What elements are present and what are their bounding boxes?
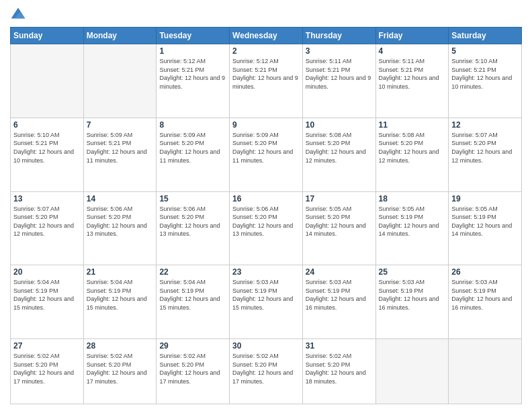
day-number: 1 xyxy=(159,46,226,56)
calendar-cell: 21Sunrise: 5:04 AMSunset: 5:19 PMDayligh… xyxy=(83,265,157,339)
day-number: 27 xyxy=(13,341,81,351)
day-info: Sunrise: 5:02 AMSunset: 5:20 PMDaylight:… xyxy=(13,352,81,385)
day-info: Sunrise: 5:05 AMSunset: 5:19 PMDaylight:… xyxy=(451,205,519,238)
calendar-cell: 31Sunrise: 5:02 AMSunset: 5:20 PMDayligh… xyxy=(302,339,375,404)
calendar-cell: 27Sunrise: 5:02 AMSunset: 5:20 PMDayligh… xyxy=(11,339,84,404)
day-number: 6 xyxy=(13,120,81,130)
weekday-header-friday: Friday xyxy=(375,28,449,44)
calendar-cell xyxy=(11,44,84,118)
logo-icon xyxy=(10,7,26,23)
calendar-cell xyxy=(83,44,157,118)
calendar-cell: 19Sunrise: 5:05 AMSunset: 5:19 PMDayligh… xyxy=(449,191,522,265)
day-info: Sunrise: 5:09 AMSunset: 5:20 PMDaylight:… xyxy=(159,131,226,165)
week-row-5: 27Sunrise: 5:02 AMSunset: 5:20 PMDayligh… xyxy=(11,339,522,404)
day-number: 17 xyxy=(306,194,373,203)
day-info: Sunrise: 5:09 AMSunset: 5:21 PMDaylight:… xyxy=(87,131,154,165)
calendar-cell: 22Sunrise: 5:04 AMSunset: 5:19 PMDayligh… xyxy=(157,265,230,339)
day-number: 20 xyxy=(13,267,81,277)
calendar-cell: 26Sunrise: 5:03 AMSunset: 5:19 PMDayligh… xyxy=(449,265,522,339)
day-number: 10 xyxy=(306,120,373,130)
calendar-cell: 14Sunrise: 5:06 AMSunset: 5:20 PMDayligh… xyxy=(83,191,157,265)
calendar-cell: 5Sunrise: 5:10 AMSunset: 5:21 PMDaylight… xyxy=(449,44,522,118)
weekday-header-wednesday: Wednesday xyxy=(230,28,303,44)
week-row-4: 20Sunrise: 5:04 AMSunset: 5:19 PMDayligh… xyxy=(11,265,522,339)
day-number: 11 xyxy=(379,120,446,130)
day-info: Sunrise: 5:11 AMSunset: 5:21 PMDaylight:… xyxy=(306,57,373,91)
week-row-1: 1Sunrise: 5:12 AMSunset: 5:21 PMDaylight… xyxy=(11,44,522,118)
day-number: 22 xyxy=(159,267,226,277)
calendar-cell: 4Sunrise: 5:11 AMSunset: 5:21 PMDaylight… xyxy=(375,44,449,118)
page: SundayMondayTuesdayWednesdayThursdayFrid… xyxy=(0,0,532,411)
calendar-cell: 8Sunrise: 5:09 AMSunset: 5:20 PMDaylight… xyxy=(157,118,230,191)
calendar-cell: 25Sunrise: 5:03 AMSunset: 5:19 PMDayligh… xyxy=(375,265,449,339)
day-number: 3 xyxy=(306,46,373,56)
day-info: Sunrise: 5:08 AMSunset: 5:20 PMDaylight:… xyxy=(379,131,446,165)
calendar-cell: 9Sunrise: 5:09 AMSunset: 5:20 PMDaylight… xyxy=(230,118,303,191)
day-number: 16 xyxy=(232,194,300,203)
calendar-cell: 20Sunrise: 5:04 AMSunset: 5:19 PMDayligh… xyxy=(11,265,84,339)
day-number: 21 xyxy=(87,267,154,277)
calendar-cell: 29Sunrise: 5:02 AMSunset: 5:20 PMDayligh… xyxy=(157,339,230,404)
calendar-cell: 24Sunrise: 5:03 AMSunset: 5:19 PMDayligh… xyxy=(302,265,375,339)
calendar: SundayMondayTuesdayWednesdayThursdayFrid… xyxy=(10,27,522,404)
weekday-header-row: SundayMondayTuesdayWednesdayThursdayFrid… xyxy=(11,28,522,44)
day-info: Sunrise: 5:04 AMSunset: 5:19 PMDaylight:… xyxy=(13,278,81,312)
day-number: 26 xyxy=(451,267,519,277)
day-info: Sunrise: 5:03 AMSunset: 5:19 PMDaylight:… xyxy=(451,278,519,312)
day-info: Sunrise: 5:06 AMSunset: 5:20 PMDaylight:… xyxy=(159,205,226,238)
day-number: 19 xyxy=(451,194,519,203)
day-info: Sunrise: 5:04 AMSunset: 5:19 PMDaylight:… xyxy=(159,278,226,312)
calendar-cell: 28Sunrise: 5:02 AMSunset: 5:20 PMDayligh… xyxy=(83,339,157,404)
weekday-header-tuesday: Tuesday xyxy=(157,28,230,44)
calendar-cell: 6Sunrise: 5:10 AMSunset: 5:21 PMDaylight… xyxy=(11,118,84,191)
weekday-header-saturday: Saturday xyxy=(449,28,522,44)
calendar-cell: 1Sunrise: 5:12 AMSunset: 5:21 PMDaylight… xyxy=(157,44,230,118)
calendar-cell: 23Sunrise: 5:03 AMSunset: 5:19 PMDayligh… xyxy=(230,265,303,339)
weekday-header-thursday: Thursday xyxy=(302,28,375,44)
day-info: Sunrise: 5:11 AMSunset: 5:21 PMDaylight:… xyxy=(379,57,446,91)
calendar-cell: 16Sunrise: 5:06 AMSunset: 5:20 PMDayligh… xyxy=(230,191,303,265)
day-number: 18 xyxy=(379,194,446,203)
day-info: Sunrise: 5:05 AMSunset: 5:20 PMDaylight:… xyxy=(306,205,373,238)
header xyxy=(10,7,522,23)
day-info: Sunrise: 5:02 AMSunset: 5:20 PMDaylight:… xyxy=(87,352,154,385)
calendar-cell: 2Sunrise: 5:12 AMSunset: 5:21 PMDaylight… xyxy=(230,44,303,118)
calendar-cell: 30Sunrise: 5:02 AMSunset: 5:20 PMDayligh… xyxy=(230,339,303,404)
day-info: Sunrise: 5:02 AMSunset: 5:20 PMDaylight:… xyxy=(306,352,373,385)
day-number: 2 xyxy=(232,46,300,56)
day-number: 28 xyxy=(87,341,154,351)
calendar-cell: 3Sunrise: 5:11 AMSunset: 5:21 PMDaylight… xyxy=(302,44,375,118)
calendar-cell: 11Sunrise: 5:08 AMSunset: 5:20 PMDayligh… xyxy=(375,118,449,191)
day-number: 25 xyxy=(379,267,446,277)
day-info: Sunrise: 5:06 AMSunset: 5:20 PMDaylight:… xyxy=(87,205,154,238)
day-info: Sunrise: 5:04 AMSunset: 5:19 PMDaylight:… xyxy=(87,278,154,312)
day-info: Sunrise: 5:05 AMSunset: 5:19 PMDaylight:… xyxy=(379,205,446,238)
day-info: Sunrise: 5:10 AMSunset: 5:21 PMDaylight:… xyxy=(13,131,81,165)
day-number: 12 xyxy=(451,120,519,130)
day-number: 30 xyxy=(232,341,300,351)
day-info: Sunrise: 5:03 AMSunset: 5:19 PMDaylight:… xyxy=(306,278,373,312)
day-number: 4 xyxy=(379,46,446,56)
day-number: 31 xyxy=(306,341,373,351)
day-info: Sunrise: 5:02 AMSunset: 5:20 PMDaylight:… xyxy=(159,352,226,385)
day-number: 7 xyxy=(87,120,154,130)
day-info: Sunrise: 5:12 AMSunset: 5:21 PMDaylight:… xyxy=(159,57,226,91)
logo xyxy=(10,7,29,23)
day-number: 14 xyxy=(87,194,154,203)
weekday-header-monday: Monday xyxy=(83,28,157,44)
day-info: Sunrise: 5:07 AMSunset: 5:20 PMDaylight:… xyxy=(451,131,519,165)
calendar-cell: 15Sunrise: 5:06 AMSunset: 5:20 PMDayligh… xyxy=(157,191,230,265)
calendar-cell: 18Sunrise: 5:05 AMSunset: 5:19 PMDayligh… xyxy=(375,191,449,265)
calendar-cell: 13Sunrise: 5:07 AMSunset: 5:20 PMDayligh… xyxy=(11,191,84,265)
calendar-cell: 12Sunrise: 5:07 AMSunset: 5:20 PMDayligh… xyxy=(449,118,522,191)
day-info: Sunrise: 5:03 AMSunset: 5:19 PMDaylight:… xyxy=(379,278,446,312)
day-number: 13 xyxy=(13,194,81,203)
weekday-header-sunday: Sunday xyxy=(11,28,84,44)
calendar-cell: 10Sunrise: 5:08 AMSunset: 5:20 PMDayligh… xyxy=(302,118,375,191)
day-number: 29 xyxy=(159,341,226,351)
day-info: Sunrise: 5:12 AMSunset: 5:21 PMDaylight:… xyxy=(232,57,300,91)
calendar-cell xyxy=(375,339,449,404)
calendar-cell: 17Sunrise: 5:05 AMSunset: 5:20 PMDayligh… xyxy=(302,191,375,265)
day-info: Sunrise: 5:07 AMSunset: 5:20 PMDaylight:… xyxy=(13,205,81,238)
day-info: Sunrise: 5:08 AMSunset: 5:20 PMDaylight:… xyxy=(306,131,373,165)
